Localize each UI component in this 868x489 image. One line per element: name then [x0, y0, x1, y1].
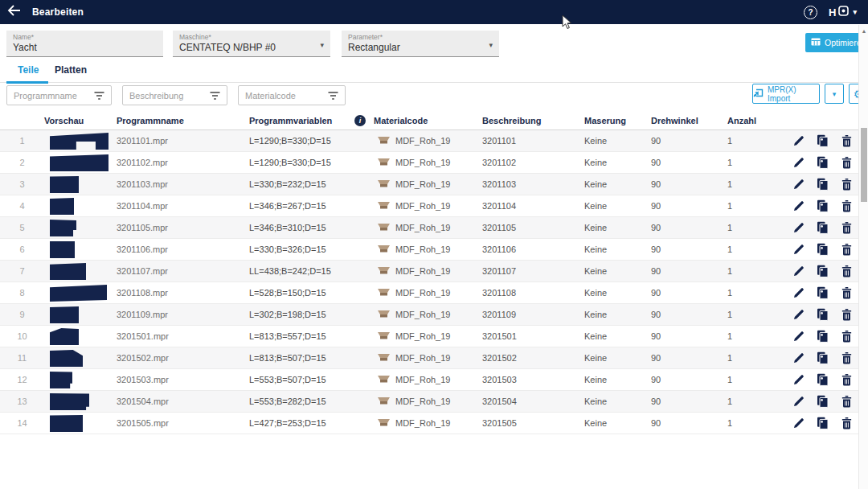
program-variables-cell: L=1290;B=330;D=15	[249, 136, 374, 146]
filter-programmname-input[interactable]: Programmname	[6, 85, 112, 105]
delete-button[interactable]	[841, 373, 853, 386]
edit-button[interactable]	[792, 395, 805, 408]
optimize-button[interactable]: Optimieren	[805, 33, 863, 52]
edit-button[interactable]	[792, 373, 805, 386]
chevron-down-icon: ▾	[489, 41, 493, 49]
table-row[interactable]: 83201108.mprL=528;B=150;D=15MDF_Roh_1932…	[0, 282, 868, 304]
delete-button[interactable]	[841, 221, 853, 234]
edit-button[interactable]	[792, 178, 805, 191]
delete-button[interactable]	[841, 286, 853, 299]
scrollbar-thumb[interactable]	[861, 128, 867, 202]
part-shape-icon	[50, 198, 74, 215]
duplicate-button[interactable]	[817, 156, 829, 169]
vertical-scrollbar[interactable]: ▲	[858, 25, 868, 489]
edit-button[interactable]	[792, 134, 805, 147]
duplicate-button[interactable]	[817, 178, 829, 191]
duplicate-button[interactable]	[817, 330, 829, 343]
delete-button[interactable]	[841, 134, 853, 147]
grain-cell: Keine	[584, 266, 651, 276]
back-button[interactable]	[0, 0, 27, 24]
delete-button[interactable]	[841, 395, 853, 408]
tab-platten[interactable]: Platten	[55, 64, 87, 76]
import-options-button[interactable]: ▾	[825, 84, 844, 104]
edit-button[interactable]	[792, 243, 805, 256]
info-icon[interactable]: i	[354, 115, 366, 126]
table-row[interactable]: 133201504.mprL=553;B=282;D=15MDF_Roh_193…	[0, 391, 868, 413]
material-cell: MDF_Roh_19	[374, 158, 482, 168]
count-cell: 1	[727, 310, 788, 319]
question-icon: ?	[809, 8, 813, 17]
header-programmname: Programmname	[117, 116, 249, 125]
delete-button[interactable]	[841, 308, 853, 321]
edit-button[interactable]	[792, 417, 805, 429]
active-tab-indicator	[6, 81, 48, 84]
account-menu[interactable]: H ▾	[829, 6, 857, 18]
table-row[interactable]: 103201501.mprL=813;B=557;D=15MDF_Roh_193…	[0, 326, 868, 347]
delete-button[interactable]	[841, 417, 853, 429]
part-preview	[44, 133, 117, 150]
filter-materialcode-input[interactable]: Materialcode	[238, 85, 346, 105]
duplicate-button[interactable]	[817, 199, 829, 212]
row-number: 6	[0, 244, 44, 254]
delete-button[interactable]	[841, 199, 853, 212]
scroll-up-arrow-icon[interactable]: ▲	[861, 28, 867, 35]
material-board-icon	[377, 310, 391, 320]
edit-button[interactable]	[792, 156, 805, 169]
mpr-import-button[interactable]: MPR(X) Import	[752, 84, 820, 104]
delete-button[interactable]	[841, 178, 853, 191]
edit-button[interactable]	[792, 221, 805, 234]
delete-button[interactable]	[841, 156, 853, 169]
material-cell: MDF_Roh_19	[374, 397, 482, 407]
edit-button[interactable]	[792, 265, 805, 277]
parameter-select[interactable]: Parameter* Rectangular ▾	[342, 31, 499, 57]
duplicate-button[interactable]	[817, 134, 829, 147]
duplicate-button[interactable]	[817, 395, 829, 408]
table-row[interactable]: 13201101.mprL=1290;B=330;D=15MDF_Roh_193…	[0, 130, 868, 152]
rotation-angle-cell: 90	[651, 418, 727, 428]
filter-beschreibung-input[interactable]: Beschreibung	[122, 85, 227, 105]
duplicate-button[interactable]	[817, 373, 829, 386]
table-row[interactable]: 43201104.mprL=346;B=267;D=15MDF_Roh_1932…	[0, 195, 868, 217]
edit-button[interactable]	[792, 308, 805, 321]
table-row[interactable]: 33201103.mprL=330;B=232;D=15MDF_Roh_1932…	[0, 174, 868, 195]
table-row[interactable]: 93201109.mprL=302;B=198;D=15MDF_Roh_1932…	[0, 304, 868, 326]
program-name-cell: 3201108.mpr	[117, 288, 249, 298]
part-shape-icon	[50, 306, 79, 323]
duplicate-button[interactable]	[817, 221, 829, 234]
delete-button[interactable]	[841, 265, 853, 277]
duplicate-button[interactable]	[817, 351, 829, 364]
table-row[interactable]: 63201106.mprL=330;B=326;D=15MDF_Roh_1932…	[0, 239, 868, 261]
material-board-icon	[377, 158, 391, 168]
tab-teile[interactable]: Teile	[18, 64, 39, 76]
edit-button[interactable]	[792, 351, 805, 364]
delete-button[interactable]	[841, 243, 853, 256]
material-board-icon	[377, 288, 391, 298]
table-row[interactable]: 23201102.mprL=1290;B=330;D=15MDF_Roh_193…	[0, 152, 868, 174]
table-row[interactable]: 53201105.mprL=346;B=310;D=15MDF_Roh_1932…	[0, 217, 868, 239]
edit-button[interactable]	[792, 330, 805, 343]
name-field[interactable]: Name* Yacht	[6, 31, 163, 57]
duplicate-button[interactable]	[817, 417, 829, 429]
table-row[interactable]: 143201505.mprL=427;B=253;D=15MDF_Roh_193…	[0, 413, 868, 434]
machine-select[interactable]: Maschine* CENTATEQ N/BHP #0 ▾	[173, 31, 330, 57]
delete-button[interactable]	[841, 330, 853, 343]
delete-button[interactable]	[841, 351, 853, 364]
table-row[interactable]: 123201503.mprL=553;B=507;D=15MDF_Roh_193…	[0, 369, 868, 391]
page-title: Bearbeiten	[32, 6, 84, 18]
row-number: 12	[0, 375, 44, 384]
edit-button[interactable]	[792, 199, 805, 212]
help-button[interactable]: ?	[804, 6, 817, 19]
edit-button[interactable]	[792, 286, 805, 299]
table-row[interactable]: 113201502.mprL=813;B=507;D=15MDF_Roh_193…	[0, 347, 868, 369]
duplicate-button[interactable]	[817, 286, 829, 299]
row-number: 9	[0, 310, 44, 319]
duplicate-button[interactable]	[817, 308, 829, 321]
grain-cell: Keine	[584, 310, 651, 319]
duplicate-button[interactable]	[817, 243, 829, 256]
table-row[interactable]: 73201107.mprLL=438;B=242;D=15MDF_Roh_193…	[0, 261, 868, 282]
program-variables-cell: L=528;B=150;D=15	[249, 288, 374, 298]
header-programmvariablen: Programmvariableni	[249, 115, 374, 126]
material-code-label: MDF_Roh_19	[395, 266, 450, 276]
duplicate-button[interactable]	[817, 265, 829, 277]
chevron-down-icon: ▾	[833, 90, 837, 98]
